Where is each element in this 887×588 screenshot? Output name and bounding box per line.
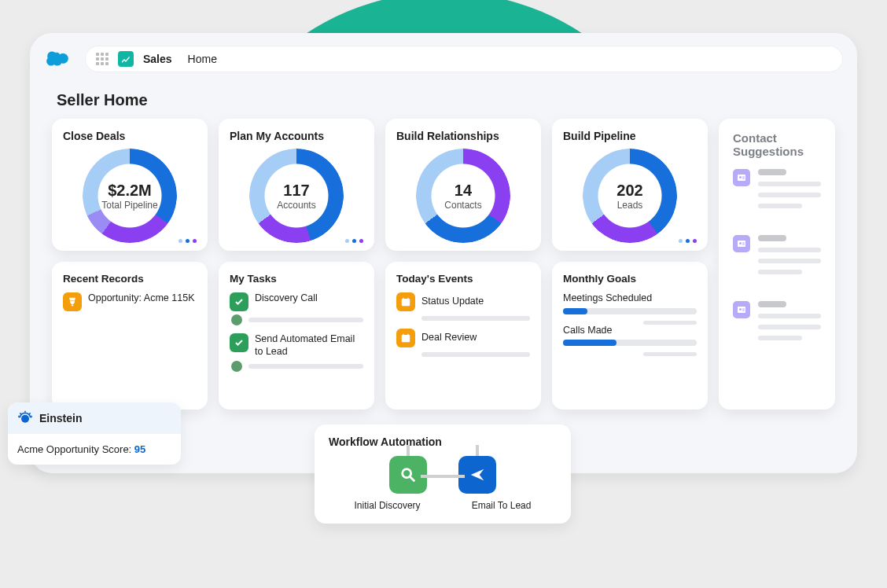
card-title: Monthly Goals (563, 273, 697, 285)
svg-point-9 (739, 176, 742, 178)
donut-chart: 202 Leads (563, 149, 697, 243)
event-label: Status Update (421, 296, 484, 308)
svg-rect-18 (742, 309, 745, 310)
event-item[interactable]: Deal Review (396, 329, 530, 357)
nav-tab-home[interactable]: Home (188, 53, 217, 65)
page-title: Seller Home (57, 91, 857, 109)
contact-suggestions-title: Contact Suggestions (733, 131, 821, 158)
donut-chart: 117 Accounts (230, 149, 363, 243)
workflow-node-label: Initial Discovery (355, 500, 421, 511)
donut-chart: 14 Contacts (396, 149, 530, 243)
einstein-card[interactable]: Einstein Acme Opportunity Score: 95 (8, 402, 181, 465)
cards-row: Recent Records Opportunity: Acme 115KMy … (52, 262, 708, 410)
todays-events-card: Today's Events Status Update Deal Review (385, 262, 541, 410)
workflow-connector (421, 475, 465, 478)
svg-rect-19 (742, 311, 745, 311)
recent-records-card: Recent Records Opportunity: Acme 115K (52, 262, 208, 410)
einstein-header: Einstein (8, 402, 181, 434)
kpi-title: Build Relationships (396, 130, 530, 142)
kpi-title: Plan My Accounts (230, 130, 363, 142)
card-title: Today's Events (396, 273, 530, 285)
svg-line-22 (410, 477, 415, 482)
calendar-icon (396, 329, 415, 347)
kpi-title: Close Deals (63, 130, 197, 142)
kpi-sublabel: Contacts (444, 200, 481, 211)
pager-dots[interactable] (179, 239, 197, 243)
svg-point-20 (21, 415, 29, 423)
card-title: My Tasks (230, 273, 363, 285)
record-label: Opportunity: Acme 115K (88, 292, 195, 305)
donut-chart: $2.2M Total Pipeline (63, 149, 197, 243)
checkbox-icon[interactable] (230, 333, 248, 352)
app-launcher-icon[interactable] (96, 53, 109, 65)
kpi-card[interactable]: Build Relationships 14 Contacts (385, 119, 541, 251)
kpi-card[interactable]: Plan My Accounts 117 Accounts (219, 119, 374, 251)
task-label: Send Automated Email to Lead (255, 333, 363, 358)
einstein-score-text: Acme Opportunity Score: (17, 443, 134, 455)
kpi-card[interactable]: Close Deals $2.2M Total Pipeline (52, 119, 208, 251)
contact-icon (733, 235, 750, 252)
einstein-icon (17, 410, 33, 426)
checkbox-icon[interactable] (230, 292, 248, 311)
header: Sales Home (30, 33, 857, 79)
contact-suggestion-item[interactable] (733, 169, 821, 208)
avatar-icon (231, 314, 242, 325)
event-item[interactable]: Status Update (396, 292, 530, 321)
contact-icon (733, 301, 750, 318)
svg-point-17 (739, 308, 742, 311)
einstein-title: Einstein (39, 412, 82, 424)
kpi-sublabel: Leads (616, 200, 642, 211)
svg-rect-8 (738, 175, 745, 181)
progress-bar (563, 340, 697, 346)
svg-rect-11 (742, 178, 745, 179)
avatar-icon (231, 361, 242, 372)
einstein-body: Acme Opportunity Score: 95 (8, 434, 181, 465)
progress-bar (563, 308, 697, 314)
kpi-sublabel: Total Pipeline (101, 200, 157, 211)
svg-rect-14 (742, 243, 745, 244)
kpi-sublabel: Accounts (277, 200, 315, 211)
monthly-goals-card: Monthly Goals Meetings Scheduled Calls M… (552, 262, 708, 410)
nav-bar: Sales Home (85, 46, 843, 72)
svg-point-21 (403, 469, 411, 478)
contact-suggestion-item[interactable] (733, 301, 821, 340)
kpi-title: Build Pipeline (563, 130, 697, 142)
pager-dots[interactable] (679, 239, 697, 243)
my-tasks-card: My Tasks Discovery Call Send Automated E… (219, 262, 374, 410)
svg-rect-15 (742, 244, 745, 245)
event-label: Deal Review (421, 332, 477, 344)
workflow-title: Workflow Automation (329, 435, 557, 448)
svg-rect-16 (738, 307, 745, 313)
svg-point-13 (739, 242, 742, 244)
svg-rect-10 (742, 177, 745, 178)
task-item[interactable]: Send Automated Email to Lead (230, 333, 363, 372)
goal-label: Meetings Scheduled (563, 292, 697, 305)
goal-label: Calls Made (563, 325, 697, 337)
goal-item: Meetings Scheduled (563, 292, 697, 325)
contact-suggestions-panel: Contact Suggestions (719, 119, 835, 410)
sales-app-icon[interactable] (118, 51, 134, 67)
calendar-icon (396, 292, 415, 311)
contact-icon (733, 169, 750, 186)
kpi-row: Close Deals $2.2M Total Pipeline Plan My… (52, 119, 708, 251)
svg-rect-12 (738, 241, 745, 247)
salesforce-logo (44, 50, 71, 68)
app-name[interactable]: Sales (143, 53, 172, 65)
goal-item: Calls Made (563, 325, 697, 357)
contact-suggestion-item[interactable] (733, 235, 821, 274)
einstein-score-value: 95 (134, 443, 145, 455)
kpi-value: $2.2M (101, 182, 157, 200)
kpi-value: 117 (277, 182, 315, 200)
card-title: Recent Records (63, 273, 197, 285)
record-item[interactable]: Opportunity: Acme 115K (63, 292, 197, 311)
workflow-node-label: Email To Lead (472, 500, 532, 511)
kpi-value: 14 (444, 182, 481, 200)
opportunity-icon (63, 292, 82, 311)
workflow-automation-card: Workflow Automation Initial Discovery Em… (315, 424, 571, 524)
task-item[interactable]: Discovery Call (230, 292, 363, 325)
pager-dots[interactable] (345, 239, 363, 243)
task-label: Discovery Call (255, 292, 318, 305)
kpi-value: 202 (616, 182, 642, 200)
kpi-card[interactable]: Build Pipeline 202 Leads (552, 119, 708, 251)
